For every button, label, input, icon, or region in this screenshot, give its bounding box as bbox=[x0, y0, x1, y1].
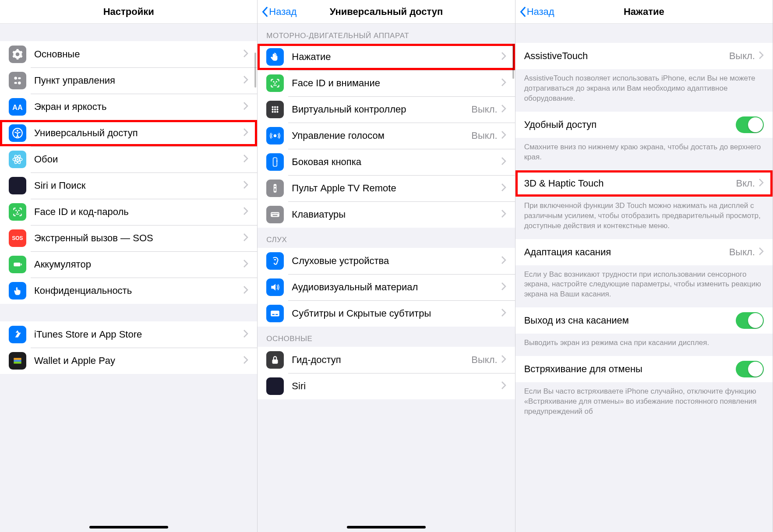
settings-row[interactable]: Слуховые устройства bbox=[258, 248, 515, 274]
row-label: Siri и Поиск bbox=[34, 180, 243, 191]
chevron-left-icon bbox=[261, 6, 269, 18]
settings-row[interactable]: Face ID и код-пароль bbox=[0, 199, 257, 225]
settings-row[interactable]: Встряхивание для отмены bbox=[515, 356, 773, 382]
chevron-right-icon bbox=[243, 180, 248, 191]
chevron-right-icon bbox=[243, 49, 248, 60]
chevron-right-icon bbox=[501, 183, 506, 194]
privacy-icon bbox=[9, 282, 26, 299]
hearing-icon bbox=[266, 252, 284, 270]
row-label: Виртуальный контроллер bbox=[292, 104, 471, 115]
settings-row[interactable]: Пульт Apple TV Remote bbox=[258, 175, 515, 201]
settings-row[interactable]: Face ID и внимание bbox=[258, 70, 515, 96]
row-label: Клавиатуры bbox=[292, 209, 501, 220]
settings-panel: Настройки ОсновныеПункт управленияЭкран … bbox=[0, 0, 258, 532]
display-icon bbox=[9, 98, 26, 116]
chevron-right-icon bbox=[243, 102, 248, 112]
settings-row[interactable]: Аккумулятор bbox=[0, 251, 257, 278]
back-button[interactable]: Назад bbox=[519, 6, 554, 18]
nav-title: Нажатие bbox=[624, 6, 664, 18]
chevron-right-icon bbox=[501, 381, 506, 391]
row-label: Siri bbox=[292, 381, 501, 392]
settings-row[interactable]: Экран и яркость bbox=[0, 94, 257, 120]
touch-panel: Назад Нажатие AssistiveTouchВыкл.Assisti… bbox=[515, 0, 773, 532]
settings-row[interactable]: Адаптация касанияВыкл. bbox=[515, 239, 773, 265]
settings-row[interactable]: Конфиденциальность bbox=[0, 278, 257, 304]
settings-row[interactable]: Выход из сна касанием bbox=[515, 307, 773, 334]
settings-row[interactable]: Удобный доступ bbox=[515, 112, 773, 138]
chevron-right-icon bbox=[501, 209, 506, 220]
chevron-right-icon bbox=[243, 75, 248, 86]
settings-row[interactable]: Клавиатуры bbox=[258, 201, 515, 228]
faceid2-icon bbox=[266, 74, 284, 92]
settings-row[interactable]: Siri bbox=[258, 373, 515, 399]
row-label: Конфиденциальность bbox=[34, 285, 243, 296]
settings-row[interactable]: Обои bbox=[0, 146, 257, 173]
chevron-right-icon bbox=[243, 356, 248, 366]
chevron-left-icon bbox=[519, 6, 527, 18]
section-header: Основные bbox=[258, 327, 515, 347]
back-button[interactable]: Назад bbox=[261, 6, 296, 18]
settings-row[interactable]: Универсальный доступ bbox=[0, 120, 257, 146]
home-indicator[interactable] bbox=[347, 526, 426, 528]
row-detail: Выкл. bbox=[729, 50, 755, 62]
chevron-right-icon bbox=[501, 130, 506, 141]
scroll-indicator[interactable] bbox=[254, 53, 256, 88]
home-indicator[interactable] bbox=[89, 526, 168, 528]
chevron-right-icon bbox=[243, 329, 248, 340]
chevron-right-icon bbox=[243, 285, 248, 296]
wallet-icon bbox=[9, 352, 26, 370]
settings-row[interactable]: Нажатие bbox=[258, 44, 515, 70]
settings-row[interactable]: Виртуальный контроллерВыкл. bbox=[258, 96, 515, 123]
section-header: Слух bbox=[258, 228, 515, 248]
sidebutton-icon bbox=[266, 153, 284, 171]
settings-row[interactable]: Гид-доступВыкл. bbox=[258, 347, 515, 373]
remote-icon bbox=[266, 180, 284, 197]
siri-icon bbox=[9, 177, 26, 194]
settings-row[interactable]: AssistiveTouchВыкл. bbox=[515, 43, 773, 69]
siri2-icon bbox=[266, 377, 284, 395]
settings-row[interactable]: Пункт управления bbox=[0, 67, 257, 94]
settings-row[interactable]: Субтитры и Скрытые субтитры bbox=[258, 300, 515, 327]
accessibility-panel: Назад Универсальный доступ Моторно-двига… bbox=[258, 0, 515, 532]
row-label: Face ID и внимание bbox=[292, 78, 501, 89]
settings-row[interactable]: iTunes Store и App Store bbox=[0, 321, 257, 348]
settings-row[interactable]: Боковая кнопка bbox=[258, 149, 515, 175]
gear-icon bbox=[9, 46, 26, 63]
row-label: Wallet и Apple Pay bbox=[34, 355, 243, 366]
appstore-icon bbox=[9, 326, 26, 343]
row-detail: Вкл. bbox=[736, 178, 755, 189]
settings-row[interactable]: Экстренный вызов — SOS bbox=[0, 225, 257, 251]
settings-row[interactable]: Siri и Поиск bbox=[0, 173, 257, 199]
settings-row[interactable]: Wallet и Apple Pay bbox=[0, 348, 257, 374]
toggle-switch[interactable] bbox=[736, 312, 764, 329]
battery-icon bbox=[9, 256, 26, 273]
chevron-right-icon bbox=[243, 233, 248, 243]
section-footer: Смахните вниз по нижнему краю экрана, чт… bbox=[515, 138, 773, 170]
chevron-right-icon bbox=[243, 207, 248, 217]
settings-row[interactable]: 3D & Haptic TouchВкл. bbox=[515, 170, 773, 197]
chevron-right-icon bbox=[501, 52, 506, 62]
section-footer: Если у Вас возникают трудности при испол… bbox=[515, 265, 773, 308]
chevron-right-icon bbox=[243, 154, 248, 165]
row-label: Слуховые устройства bbox=[292, 255, 501, 267]
audio-icon bbox=[266, 278, 284, 296]
settings-row[interactable]: Основные bbox=[0, 41, 257, 67]
sos-icon bbox=[9, 229, 26, 247]
toggle-switch[interactable] bbox=[736, 361, 764, 377]
settings-row[interactable]: Аудиовизуальный материал bbox=[258, 274, 515, 300]
nav-title: Настройки bbox=[103, 6, 154, 18]
chevron-right-icon bbox=[243, 128, 248, 138]
row-label: iTunes Store и App Store bbox=[34, 329, 243, 340]
scroll-indicator[interactable] bbox=[512, 44, 514, 79]
row-label: Face ID и код-пароль bbox=[34, 206, 243, 218]
row-label: Обои bbox=[34, 154, 243, 165]
nav-title: Универсальный доступ bbox=[330, 6, 443, 18]
section-footer: При включенной функции 3D Touch можно на… bbox=[515, 197, 773, 239]
toggle-switch[interactable] bbox=[736, 116, 764, 133]
settings-row[interactable]: Управление голосомВыкл. bbox=[258, 123, 515, 149]
row-detail: Выкл. bbox=[471, 130, 497, 141]
row-label: Универсальный доступ bbox=[34, 127, 243, 139]
control-icon bbox=[9, 72, 26, 89]
chevron-right-icon bbox=[501, 256, 506, 266]
accessibility-icon bbox=[9, 124, 26, 142]
